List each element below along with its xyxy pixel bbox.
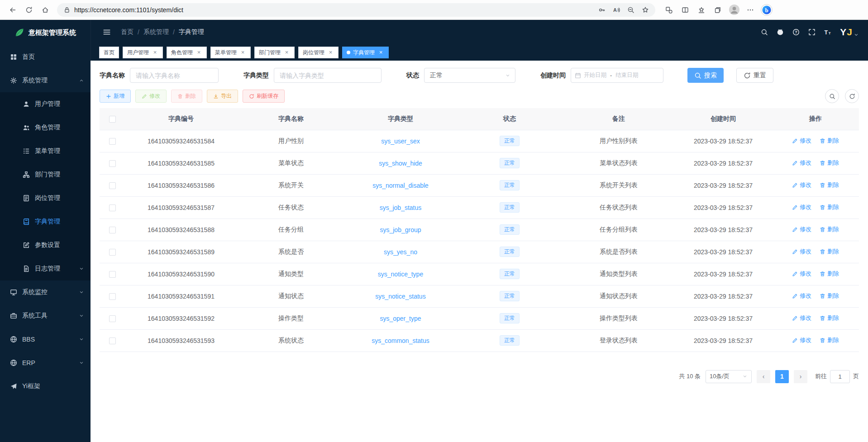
sidebar-item-11[interactable]: 系统工具 [0, 304, 91, 328]
extensions-button[interactable] [661, 2, 677, 18]
toolbar-add-button[interactable]: 新增 [100, 90, 131, 103]
close-icon[interactable]: × [327, 49, 334, 56]
delete-row-button[interactable]: 删除 [820, 336, 839, 344]
row-checkbox[interactable] [109, 160, 116, 167]
hamburger-icon[interactable] [100, 25, 114, 39]
date-range-picker[interactable]: 开始日期 - 结束日期 [571, 68, 663, 83]
dict-type-link[interactable]: sys_show_hide [379, 160, 422, 167]
dict-type-link[interactable]: sys_job_group [380, 226, 421, 233]
edit-row-button[interactable]: 修改 [792, 203, 811, 211]
home-button[interactable] [37, 2, 53, 18]
row-checkbox[interactable] [109, 204, 116, 211]
tag-4[interactable]: 部门管理× [254, 47, 295, 58]
tag-6[interactable]: 字典管理× [342, 47, 389, 58]
sidebar-item-0[interactable]: 首页 [0, 45, 91, 69]
close-icon[interactable]: × [377, 49, 384, 56]
favorites-bar-button[interactable] [693, 2, 710, 18]
edit-row-button[interactable]: 修改 [792, 270, 811, 278]
sidebar-item-6[interactable]: 岗位管理 [0, 186, 91, 210]
dict-type-input[interactable] [274, 68, 382, 83]
sidebar-item-2[interactable]: 用户管理 [0, 92, 91, 116]
delete-row-button[interactable]: 删除 [820, 270, 839, 278]
delete-row-button[interactable]: 删除 [820, 314, 839, 322]
dict-type-link[interactable]: sys_oper_type [380, 315, 421, 322]
refresh-table-button[interactable] [845, 89, 859, 103]
sidebar-item-1[interactable]: 系统管理 [0, 69, 91, 92]
dict-type-link[interactable]: sys_job_status [380, 204, 422, 211]
dict-type-link[interactable]: sys_normal_disable [372, 182, 429, 189]
edit-row-button[interactable]: 修改 [792, 225, 811, 233]
split-screen-button[interactable] [677, 2, 693, 18]
help-button[interactable]: ? [792, 29, 800, 36]
back-button[interactable] [5, 2, 21, 18]
sidebar-item-5[interactable]: 部门管理 [0, 163, 91, 186]
url-bar[interactable]: https://ccnetcore.com:1101/system/dict A [57, 3, 655, 17]
sidebar-item-7[interactable]: 字典管理 [0, 210, 91, 233]
read-aloud-button[interactable]: A [609, 2, 624, 18]
dict-type-link[interactable]: sys_notice_status [375, 293, 425, 300]
search-button[interactable]: 搜索 [687, 68, 724, 83]
font-size-button[interactable]: TT [824, 29, 831, 36]
delete-row-button[interactable]: 删除 [820, 247, 839, 256]
dict-type-link[interactable]: sys_common_status [372, 337, 429, 344]
search-button[interactable] [761, 29, 768, 36]
sidebar-item-8[interactable]: 参数设置 [0, 233, 91, 257]
dict-type-link[interactable]: sys_notice_type [378, 271, 423, 278]
toolbar-edit-button[interactable]: 修改 [135, 90, 167, 103]
edit-row-button[interactable]: 修改 [792, 292, 811, 300]
edit-row-button[interactable]: 修改 [792, 336, 811, 344]
row-checkbox[interactable] [109, 271, 116, 278]
reset-button[interactable]: 重置 [736, 68, 773, 83]
toolbar-delete-button[interactable]: 删除 [171, 90, 202, 103]
edit-row-button[interactable]: 修改 [792, 247, 811, 256]
sidebar-item-14[interactable]: Yi框架 [0, 375, 91, 398]
page-1-button[interactable]: 1 [775, 370, 789, 383]
tag-1[interactable]: 用户管理× [123, 47, 163, 58]
next-page-button[interactable]: › [794, 370, 807, 383]
row-checkbox[interactable] [109, 337, 116, 344]
github-button[interactable] [777, 29, 784, 36]
edit-row-button[interactable]: 修改 [792, 181, 811, 189]
edit-row-button[interactable]: 修改 [792, 159, 811, 167]
toggle-search-button[interactable] [825, 89, 839, 103]
brand-logo[interactable]: YJ [840, 27, 859, 38]
status-select[interactable]: 正常 [424, 68, 515, 83]
delete-row-button[interactable]: 删除 [820, 159, 839, 167]
delete-row-button[interactable]: 删除 [820, 137, 839, 145]
favorite-add-button[interactable] [638, 2, 653, 18]
collections-button[interactable] [710, 2, 726, 18]
tag-5[interactable]: 岗位管理× [298, 47, 339, 58]
close-icon[interactable]: × [152, 49, 158, 56]
close-icon[interactable]: × [283, 49, 290, 56]
tag-3[interactable]: 菜单管理× [210, 47, 251, 58]
row-checkbox[interactable] [109, 227, 116, 233]
sidebar-item-9[interactable]: 日志管理 [0, 257, 91, 280]
more-button[interactable] [742, 2, 758, 18]
refresh-button[interactable] [21, 2, 37, 18]
edit-row-button[interactable]: 修改 [792, 314, 811, 322]
edit-row-button[interactable]: 修改 [792, 137, 811, 145]
dict-type-link[interactable]: sys_user_sex [381, 138, 420, 145]
close-icon[interactable]: × [196, 49, 202, 56]
key-button[interactable] [595, 2, 609, 18]
close-icon[interactable]: × [239, 49, 246, 56]
tag-2[interactable]: 角色管理× [167, 47, 207, 58]
goto-page-input[interactable] [830, 370, 850, 383]
zoom-out-button[interactable] [624, 2, 638, 18]
profile-button[interactable] [726, 2, 742, 18]
select-all-checkbox[interactable] [109, 116, 116, 123]
page-size-select[interactable]: 10条/页 [706, 370, 752, 383]
delete-row-button[interactable]: 删除 [820, 292, 839, 300]
breadcrumb-item-0[interactable]: 首页 [121, 28, 134, 36]
row-checkbox[interactable] [109, 315, 116, 322]
fullscreen-button[interactable] [808, 29, 816, 36]
row-checkbox[interactable] [109, 138, 116, 145]
dict-name-input[interactable] [130, 68, 219, 83]
breadcrumb-item-1[interactable]: 系统管理 [143, 28, 169, 36]
sidebar-item-10[interactable]: 系统监控 [0, 280, 91, 304]
row-checkbox[interactable] [109, 182, 116, 189]
row-checkbox[interactable] [109, 293, 116, 300]
delete-row-button[interactable]: 删除 [820, 225, 839, 233]
bing-button[interactable]: b [758, 2, 775, 18]
delete-row-button[interactable]: 删除 [820, 203, 839, 211]
